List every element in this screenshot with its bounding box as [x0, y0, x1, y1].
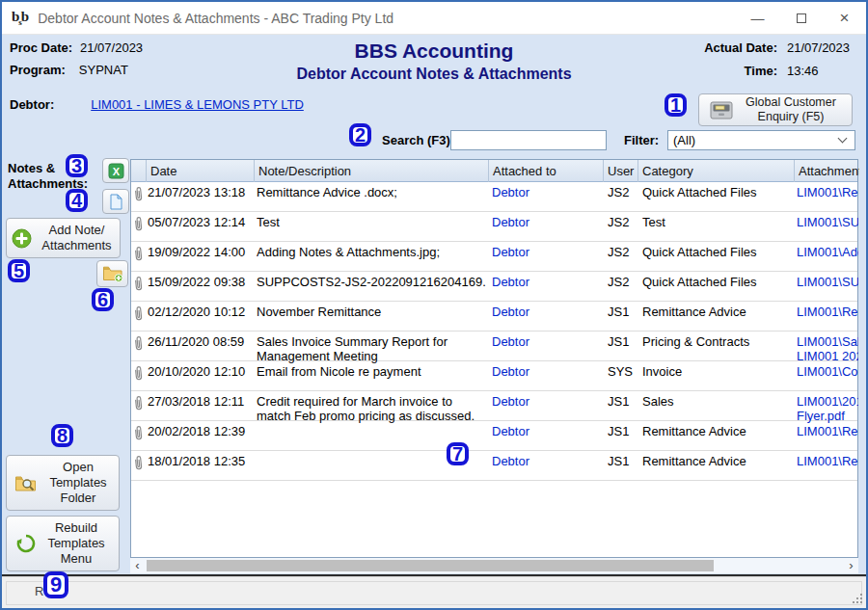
new-document-button[interactable] [102, 189, 129, 214]
cell-note: Test [257, 215, 486, 229]
header-icon-column[interactable] [131, 160, 146, 182]
table-row[interactable]: 21/07/2023 13:18 Remittance Advice .docx… [131, 182, 857, 212]
cell-attachment-link[interactable]: LIM001\Rem [797, 305, 858, 319]
table-row[interactable]: 18/01/2018 12:35 Debtor JS1 Remittance A… [131, 451, 857, 481]
cell-attached-to-link[interactable]: Debtor [492, 215, 603, 229]
callout-1: 1 [665, 93, 687, 117]
table-row[interactable]: 02/12/2020 10:12 November Remittance Deb… [131, 302, 857, 332]
callout-9: 9 [43, 571, 68, 598]
cell-attached-to-link[interactable]: Debtor [492, 364, 603, 379]
table-row[interactable]: 15/09/2022 09:38 SUPPCOSTS2-JS2-20220912… [131, 272, 857, 302]
minimize-icon[interactable]: — [736, 2, 779, 34]
cell-note: Sales Invoice Summary Report for Managem… [257, 334, 486, 364]
header-category[interactable]: Category [637, 160, 794, 182]
resize-grip[interactable] [853, 594, 862, 603]
cell-note: Adding Notes & Attachments.jpg; [257, 245, 486, 259]
cell-attached-to-link[interactable]: Debtor [492, 305, 603, 319]
scroll-left-icon[interactable]: ‹ [130, 558, 145, 573]
paperclip-icon [133, 246, 147, 265]
cell-user: JS2 [608, 245, 640, 259]
header-note-description[interactable]: Note/Description [254, 160, 488, 182]
cell-attached-to-link[interactable]: Debtor [492, 424, 603, 438]
status-bar: R [2, 576, 866, 608]
folder-search-icon [14, 474, 38, 492]
table-row[interactable]: 20/10/2020 12:10 Email from Nicole re pa… [131, 361, 857, 391]
cell-date: 15/09/2022 09:38 [148, 275, 254, 289]
open-templates-folder-button[interactable]: Open Templates Folder [6, 455, 120, 511]
filter-select[interactable]: (All) [667, 130, 855, 150]
cell-user: JS1 [608, 305, 640, 319]
close-icon[interactable]: × [823, 2, 866, 34]
cell-attached-to-link[interactable]: Debtor [492, 394, 603, 409]
export-excel-button[interactable]: X [102, 158, 129, 183]
global-customer-enquiry-button[interactable]: Global Customer Enquiry (F5) [698, 93, 853, 126]
cell-attachment-link[interactable]: LIM001\Sale LIM001 202 [797, 334, 858, 364]
cell-date: 27/03/2018 12:11 [148, 394, 254, 409]
cell-attachment-link[interactable]: LIM001\Rem [797, 424, 858, 438]
paperclip-icon [133, 365, 147, 385]
rebuild-templates-menu-label: Rebuild Templates Menu [43, 520, 109, 568]
horizontal-scrollbar[interactable]: ‹ › [130, 558, 858, 573]
header-date[interactable]: Date [146, 160, 254, 182]
table-row[interactable]: 27/03/2018 12:11 Credit required for Mar… [131, 391, 857, 421]
cell-attachment-link[interactable]: LIM001\Con [797, 364, 858, 379]
scroll-right-icon[interactable]: › [844, 558, 858, 573]
notes-table: Date Note/Description Attached to User C… [130, 159, 858, 558]
cell-attachment-link[interactable]: LIM001\SUP [797, 215, 858, 229]
cell-category: Quick Attached Files [642, 185, 795, 199]
cell-attachment-link[interactable]: LIM001\Add [797, 245, 858, 259]
table-row[interactable]: 19/09/2022 14:00 Adding Notes & Attachme… [131, 242, 857, 272]
table-row[interactable]: 26/11/2020 08:59 Sales Invoice Summary R… [131, 332, 857, 361]
debtor-label: Debtor: [10, 97, 54, 112]
cell-attachment-link[interactable]: LIM001\SUP [797, 275, 858, 289]
time-value: 13:46 [787, 64, 856, 78]
cell-date: 19/09/2022 14:00 [148, 245, 254, 259]
card-file-icon [710, 101, 733, 119]
cell-attached-to-link[interactable]: Debtor [492, 185, 603, 199]
cell-user: JS2 [608, 275, 640, 289]
header-attachment[interactable]: Attachment [794, 160, 859, 182]
paperclip-icon [133, 305, 147, 325]
filter-selected-value: (All) [673, 133, 695, 147]
cell-date: 02/12/2020 10:12 [148, 305, 254, 319]
callout-3: 3 [66, 154, 88, 177]
cell-attachment-link[interactable]: LIM001\Rem [797, 185, 858, 199]
callout-4: 4 [66, 189, 88, 212]
search-input[interactable] [450, 130, 607, 150]
cell-attached-to-link[interactable]: Debtor [492, 275, 603, 289]
cell-attachment-link[interactable]: LIM001\201 Flyer.pdf [797, 394, 858, 424]
scrollbar-thumb[interactable] [147, 560, 714, 571]
recycle-icon [16, 534, 36, 553]
cell-attached-to-link[interactable]: Debtor [492, 454, 603, 468]
cell-attached-to-link[interactable]: Debtor [492, 334, 603, 349]
rebuild-templates-menu-button[interactable]: Rebuild Templates Menu [6, 516, 120, 571]
paperclip-icon [133, 455, 147, 474]
cell-note: Credit required for March invoice to mat… [257, 394, 486, 424]
bsb-logo-icon: bsb [12, 9, 28, 27]
cell-attachment-link[interactable]: LIM001\Rem [797, 454, 858, 468]
maximize-icon[interactable] [779, 2, 823, 34]
attach-file-button[interactable] [96, 260, 128, 287]
cell-user: JS2 [608, 185, 640, 199]
table-row[interactable]: 20/02/2018 12:39 Debtor JS1 Remittance A… [131, 421, 857, 451]
cell-user: JS1 [608, 424, 640, 438]
cell-attached-to-link[interactable]: Debtor [492, 245, 603, 259]
cell-category: Sales [642, 394, 795, 409]
paperclip-icon [133, 276, 147, 295]
cell-note: Email from Nicole re payment [257, 364, 486, 379]
folder-add-icon [102, 265, 123, 282]
debtor-link[interactable]: LIM001 - LIMES & LEMONS PTY LTD [91, 97, 304, 112]
paperclip-icon [133, 216, 147, 235]
cell-date: 26/11/2020 08:59 [148, 334, 254, 349]
cell-user: JS1 [608, 394, 640, 409]
header-attached-to[interactable]: Attached to [488, 160, 603, 182]
actual-date-label: Actual Date: [704, 40, 777, 55]
cell-date: 18/01/2018 12:35 [148, 454, 254, 468]
add-note-attachments-button[interactable]: Add Note/ Attachments [6, 218, 121, 258]
table-row[interactable]: 05/07/2023 12:14 Test Debtor JS2 Test LI… [131, 212, 857, 242]
header-user[interactable]: User [603, 160, 637, 182]
time-label: Time: [704, 64, 777, 78]
paperclip-icon [133, 186, 147, 205]
excel-icon: X [108, 163, 124, 179]
cell-user: JS2 [608, 215, 640, 229]
